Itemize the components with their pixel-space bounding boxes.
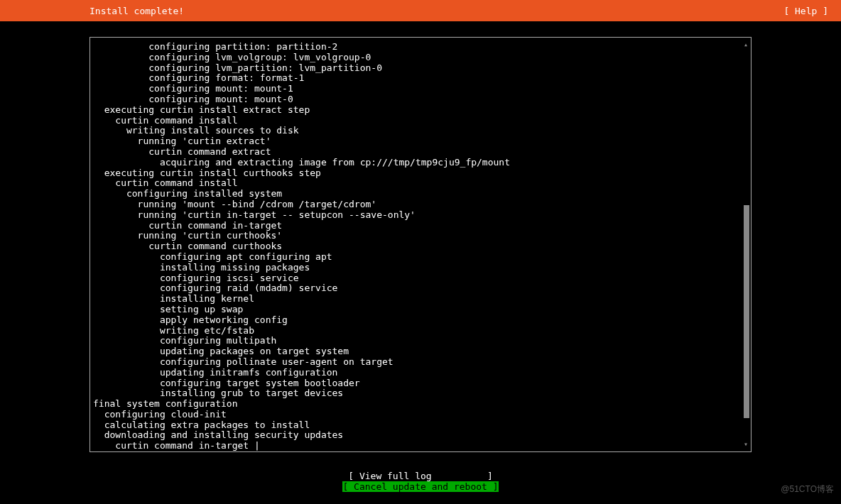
cancel-reboot-button-row: [ Cancel update and reboot ] — [89, 481, 752, 492]
view-full-log-button[interactable]: [ View full log ] — [348, 471, 493, 481]
button-area: [ View full log ] [ Cancel update and re… — [89, 471, 752, 492]
help-button[interactable]: [ Help ] — [783, 6, 828, 16]
watermark: @51CTO博客 — [781, 483, 834, 495]
header-title: Install complete! — [89, 6, 184, 16]
install-log-box: configuring partition: partition-2 confi… — [89, 37, 752, 452]
log-output: configuring partition: partition-2 confi… — [93, 42, 748, 451]
scrollbar-thumb[interactable] — [744, 205, 749, 418]
header-bar: Install complete! [ Help ] — [0, 0, 841, 21]
view-log-button-row: [ View full log ] — [89, 471, 752, 481]
scrollbar[interactable]: ▴ ▾ — [744, 42, 749, 447]
scroll-down-icon[interactable]: ▾ — [744, 442, 749, 447]
scroll-up-icon[interactable]: ▴ — [744, 42, 749, 48]
cancel-update-reboot-button[interactable]: [ Cancel update and reboot ] — [342, 481, 498, 492]
content-area: configuring partition: partition-2 confi… — [0, 21, 841, 492]
